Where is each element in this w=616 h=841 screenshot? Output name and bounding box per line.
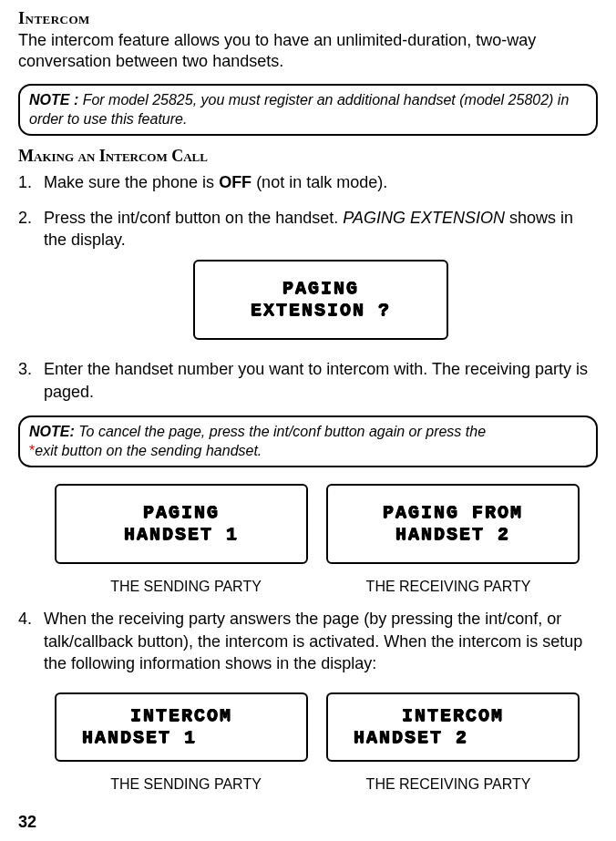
lcd-recv1a: PAGING FROM (337, 502, 569, 524)
party-labels-1: THE SENDING PARTY THE RECEIVING PARTY (55, 579, 580, 595)
section-title-making-call: Making an Intercom Call (18, 147, 598, 166)
lcd-screen-extension: PAGING EXTENSION ? (193, 260, 448, 340)
step4-text: When the receiving party answers the pag… (44, 610, 582, 672)
step2-text-a: Press the int/conf button on the handset… (44, 209, 343, 227)
lcd-screen-sending-intercom: INTERCOM HANDSET 1 (55, 692, 308, 762)
lcd-send1a: PAGING (66, 502, 297, 524)
lcd-recv1b: HANDSET 2 (337, 524, 569, 546)
step-2: Press the int/conf button on the handset… (18, 207, 598, 341)
step3-text: Enter the handset number you want to int… (44, 360, 588, 400)
lcd-intercom-a1: INTERCOM (64, 705, 299, 727)
step1-text-b: (not in talk mode). (252, 173, 387, 191)
lcd-ext-line2: EXTENSION ? (204, 300, 437, 322)
step-4: When the receiving party answers the pag… (18, 608, 598, 674)
lcd-ext-line1: PAGING (204, 278, 437, 300)
label-sending-2: THE SENDING PARTY (55, 776, 317, 793)
step1-text-a: Make sure the phone is (44, 173, 219, 191)
label-sending-1: THE SENDING PARTY (55, 579, 317, 595)
lcd-intercom-a2: INTERCOM (335, 705, 570, 727)
lcd-pair-intercom: INTERCOM HANDSET 1 INTERCOM HANDSET 2 (55, 687, 580, 767)
note-box-1: NOTE : For model 25825, you must registe… (18, 84, 598, 137)
step-1: Make sure the phone is OFF (not in talk … (18, 171, 598, 193)
note-box-2: NOTE: To cancel the page, press the int/… (18, 415, 598, 468)
note2-body-a: To cancel the page, press the int/conf b… (75, 424, 486, 439)
lcd-send1b: HANDSET 1 (66, 524, 297, 546)
lcd-screen-sending-paging: PAGING HANDSET 1 (55, 484, 308, 564)
note1-prefix: NOTE : (29, 92, 78, 108)
note1-body: For model 25825, you must register an ad… (29, 92, 569, 127)
step1-off: OFF (219, 173, 252, 191)
intro-paragraph: The intercom feature allows you to have … (18, 30, 598, 73)
note2-prefix: NOTE: (29, 424, 75, 439)
page-number: 32 (18, 813, 36, 832)
lcd-intercom-r: HANDSET 2 (335, 727, 570, 749)
note2-exit: exit button on the sending handset. (35, 443, 262, 458)
label-receiving-2: THE RECEIVING PARTY (317, 776, 580, 793)
label-receiving-1: THE RECEIVING PARTY (317, 579, 580, 595)
step-3: Enter the handset number you want to int… (18, 358, 598, 403)
lcd-intercom-s: HANDSET 1 (64, 727, 299, 749)
lcd-screen-receiving-paging: PAGING FROM HANDSET 2 (326, 484, 580, 564)
step2-paging: PAGING EXTENSION (343, 209, 505, 227)
lcd-pair-paging: PAGING HANDSET 1 PAGING FROM HANDSET 2 (55, 478, 580, 569)
section-title-intercom: Intercom (18, 9, 598, 28)
lcd-screen-receiving-intercom: INTERCOM HANDSET 2 (326, 692, 580, 762)
party-labels-2: THE SENDING PARTY THE RECEIVING PARTY (55, 776, 580, 793)
